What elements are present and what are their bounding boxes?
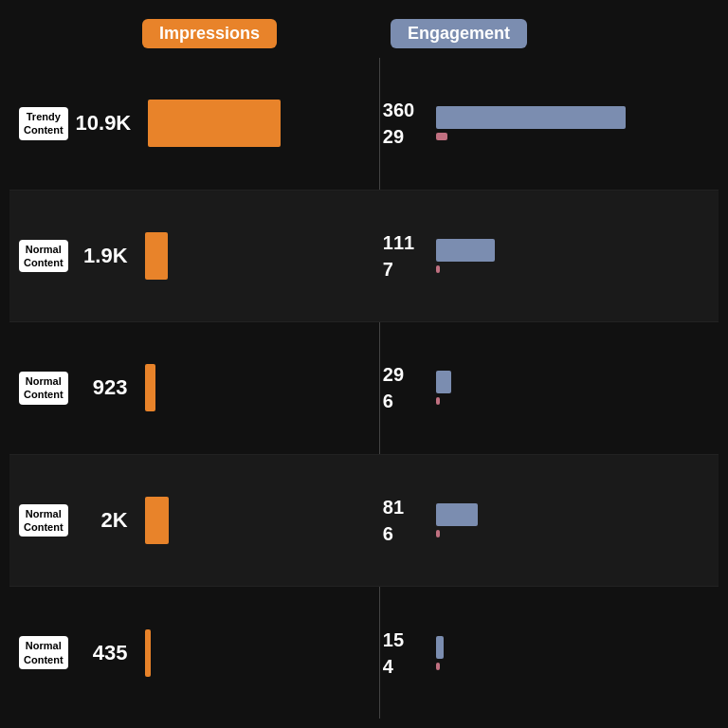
- right-section: 29 6: [373, 354, 719, 422]
- engagement-comments-count: 4: [383, 653, 421, 680]
- right-section: 15 4: [373, 619, 719, 687]
- engagement-comments-count: 6: [383, 388, 421, 414]
- engagement-bar-area: [428, 503, 709, 537]
- left-section: Normal Content 1.9K: [9, 225, 373, 287]
- table-row: Trendy Content 10.9K 360 29: [9, 58, 719, 191]
- content-label: Normal Content: [19, 636, 68, 669]
- comments-bar: [436, 397, 440, 405]
- engagement-comments-count: 6: [383, 520, 421, 547]
- engagement-values: 81 6: [383, 494, 421, 547]
- engagement-likes-count: 111: [383, 229, 421, 256]
- engagement-bar-area: [428, 106, 709, 140]
- engagement-likes-count: 29: [383, 361, 421, 388]
- left-section: Normal Content 923: [9, 356, 373, 419]
- impression-bar: [145, 364, 155, 411]
- engagement-values: 15 4: [383, 627, 421, 680]
- engagement-comments-count: 7: [383, 256, 421, 282]
- impressions-bar-area: [136, 232, 364, 280]
- likes-bar: [436, 239, 495, 262]
- engagement-bar-area: [428, 371, 709, 405]
- header-row: Impressions Engagement: [9, 19, 719, 48]
- impressions-value: 2K: [76, 508, 128, 533]
- table-row: Normal Content 923 29 6: [9, 322, 719, 455]
- left-section: Normal Content 2K: [9, 489, 373, 552]
- impressions-header: Impressions: [142, 19, 277, 48]
- impression-bar: [148, 100, 281, 147]
- content-label: Normal Content: [19, 372, 68, 405]
- impressions-bar-area: [136, 629, 364, 677]
- impressions-value: 1.9K: [76, 244, 128, 268]
- table-row: Normal Content 1.9K 111 7: [9, 191, 719, 323]
- comments-bar: [436, 133, 447, 140]
- content-label: Normal Content: [19, 504, 68, 537]
- likes-bar: [436, 106, 626, 129]
- chart-container: Impressions Engagement Trendy Content 10…: [0, 0, 728, 728]
- impression-bar: [145, 232, 168, 280]
- right-section: 81 6: [373, 486, 719, 555]
- left-section: Trendy Content 10.9K: [9, 92, 373, 155]
- right-section: 111 7: [373, 222, 719, 290]
- engagement-comments-count: 29: [383, 123, 421, 150]
- impressions-bar-area: [138, 100, 364, 147]
- right-section: 360 29: [373, 89, 719, 157]
- engagement-likes-count: 15: [383, 627, 421, 653]
- impressions-bar-area: [136, 364, 364, 411]
- impressions-value: 923: [76, 375, 128, 400]
- comments-bar: [436, 530, 440, 537]
- likes-bar: [436, 636, 444, 659]
- content-label: Trendy Content: [19, 107, 68, 140]
- engagement-bar-area: [428, 636, 709, 670]
- comments-bar: [436, 663, 440, 670]
- impressions-bar-area: [136, 497, 364, 544]
- engagement-values: 29 6: [383, 361, 421, 414]
- likes-bar: [436, 371, 451, 393]
- engagement-values: 360 29: [383, 97, 421, 150]
- engagement-values: 111 7: [383, 229, 421, 282]
- content-label: Normal Content: [19, 240, 68, 273]
- left-section: Normal Content 435: [9, 622, 373, 684]
- likes-bar: [436, 503, 478, 526]
- impression-bar: [145, 497, 169, 544]
- engagement-header: Engagement: [391, 19, 527, 48]
- impressions-value: 435: [76, 641, 128, 665]
- engagement-bar-area: [428, 239, 709, 273]
- impressions-value: 10.9K: [76, 111, 132, 136]
- engagement-likes-count: 81: [383, 494, 421, 520]
- comments-bar: [436, 265, 440, 273]
- table-row: Normal Content 435 15 4: [9, 587, 719, 719]
- table-row: Normal Content 2K 81 6: [9, 455, 719, 588]
- impression-bar: [145, 629, 151, 677]
- engagement-likes-count: 360: [383, 97, 421, 123]
- rows-area: Trendy Content 10.9K 360 29 Normal Conte…: [9, 58, 719, 719]
